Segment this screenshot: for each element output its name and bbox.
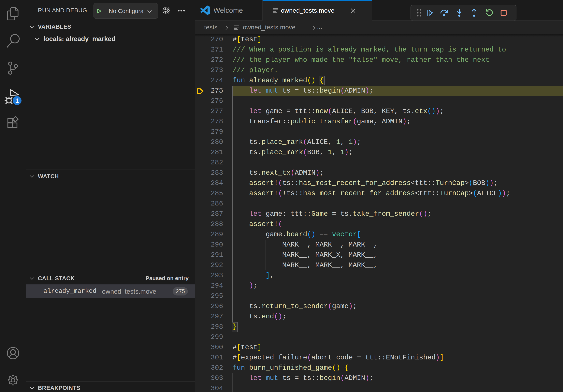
svg-text:1: 1 (15, 97, 19, 104)
